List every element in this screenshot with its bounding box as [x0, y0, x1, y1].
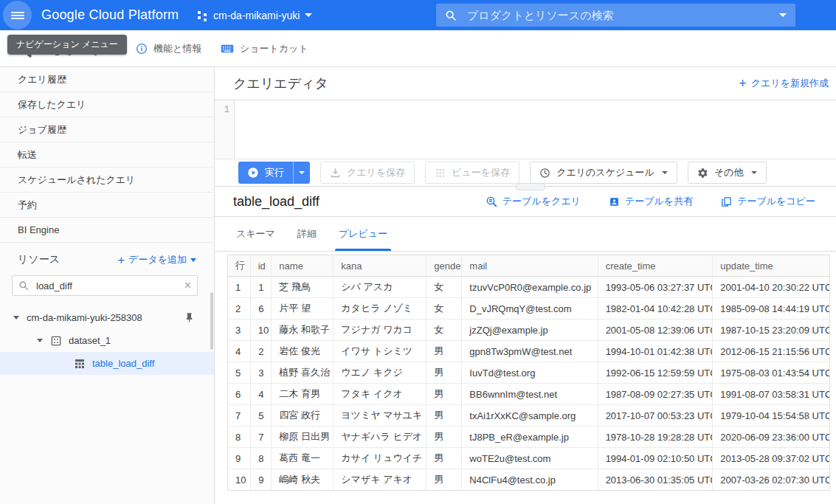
main-panel: クエリエディタ + クエリを新規作成 1 実行: [215, 67, 836, 504]
cell: 6: [228, 384, 251, 405]
cell: 1987-10-15 23:20:09 UTC: [713, 320, 830, 341]
cell: 5: [250, 405, 272, 427]
query-editor-input[interactable]: [235, 100, 836, 159]
sidebar-item[interactable]: クエリ履歴: [0, 67, 214, 92]
new-query-label: クエリを新規作成: [751, 77, 829, 90]
sidebar-item-label: 予約: [18, 199, 37, 210]
tree-node-project[interactable]: cm-da-mikami-yuki-258308: [0, 306, 214, 329]
cell: gpn8Tw3pmW@test.net: [462, 341, 598, 362]
search-icon: [445, 10, 457, 21]
plus-icon: +: [739, 78, 747, 89]
table-row: 26片平 望カタヒラ ノゾミ女D_vJRQmqY@test.com1982-01…: [228, 298, 830, 320]
save-query-button[interactable]: クエリを保存: [320, 162, 415, 184]
project-selector[interactable]: cm-da-mikami-yuki: [198, 0, 312, 30]
shortcut-label: ショートカット: [240, 42, 308, 55]
share-table-button[interactable]: テーブルを共有: [609, 195, 693, 208]
more-button[interactable]: その他: [688, 162, 767, 184]
cell: 芝 飛鳥: [272, 277, 334, 298]
grid-dots-icon: [435, 168, 446, 179]
global-search-input[interactable]: [466, 8, 770, 22]
run-options-button[interactable]: [293, 162, 310, 184]
pin-icon[interactable]: [184, 312, 195, 323]
sidebar-item-label: クエリ履歴: [18, 74, 66, 85]
sidebar-item[interactable]: BI Engine: [0, 218, 214, 243]
project-node-label: cm-da-mikami-yuki-258308: [27, 312, 184, 323]
cell: 2: [250, 341, 272, 362]
cell: 2001-05-08 12:39:06 UTC: [598, 320, 713, 341]
gcp-brand-title: Google Cloud Platform: [41, 0, 179, 30]
expander-icon[interactable]: [37, 339, 43, 342]
cell: 1994-10-01 01:42:38 UTC: [598, 341, 713, 362]
global-search-bar[interactable]: [436, 4, 795, 27]
copy-table-button[interactable]: テーブルをコピー: [721, 195, 815, 208]
resource-search-input[interactable]: [35, 280, 179, 292]
column-header: mail: [462, 255, 598, 277]
sidebar-item[interactable]: スケジュールされたクエリ: [0, 168, 214, 193]
gear-icon: [697, 168, 708, 179]
resource-search-box[interactable]: ×: [12, 275, 198, 296]
new-query-button[interactable]: + クエリを新規作成: [739, 77, 829, 90]
sidebar: クエリ履歴保存したクエリジョブ履歴転送スケジュールされたクエリ予約BI Engi…: [0, 67, 215, 504]
cell: 2001-04-10 20:30:22 UTC: [713, 277, 830, 298]
keyboard-icon: [221, 44, 234, 54]
cell: 男: [426, 448, 462, 469]
tab-preview[interactable]: プレビュー: [328, 227, 398, 251]
table-tabs: スキーマ詳細プレビュー: [215, 217, 836, 252]
save-view-button[interactable]: ビューを保存: [425, 162, 519, 184]
query-table-label: テーブルをクエリ: [502, 195, 581, 208]
tab-details[interactable]: 詳細: [286, 227, 328, 251]
features-info-link[interactable]: 機能と情報: [136, 30, 201, 67]
save-query-label: クエリを保存: [347, 166, 405, 179]
cell: 男: [426, 362, 462, 384]
info-icon: [136, 43, 148, 55]
cell: 女: [426, 320, 462, 341]
sidebar-item[interactable]: 予約: [0, 193, 214, 218]
cell: 女: [426, 277, 462, 298]
share-table-icon: [609, 196, 620, 207]
clear-search-icon[interactable]: ×: [184, 280, 191, 291]
cell: 男: [426, 427, 462, 448]
column-header: create_time: [598, 255, 713, 277]
cell: フタキ イクオ: [334, 384, 426, 405]
cell: BB6wnnIm@test.net: [462, 384, 598, 405]
sidebar-scrollbar[interactable]: [210, 292, 213, 350]
cell: 8: [250, 448, 272, 469]
cell: 7: [250, 427, 272, 448]
cell: 1993-05-06 03:27:37 UTC: [598, 277, 713, 298]
schedule-query-button[interactable]: クエリのスケジュール: [530, 162, 677, 184]
cell: 岩佐 俊光: [272, 341, 334, 362]
table-row: 75四宮 政行ヨツミヤ マサユキ男txAi1rXxKC@sample.org20…: [228, 405, 830, 427]
navigation-menu-button[interactable]: [3, 1, 32, 30]
sidebar-item[interactable]: ジョブ履歴: [0, 117, 214, 142]
add-data-button[interactable]: + データを追加: [117, 253, 196, 266]
cell: 2020-06-09 23:36:00 UTC: [713, 427, 830, 448]
preview-panel: 行idnamekanagendermailcreate_timeupdate_t…: [227, 255, 830, 491]
sidebar-item-label: 保存したクエリ: [18, 99, 86, 110]
tree-node-dataset[interactable]: dataset_1: [0, 329, 214, 352]
resources-label: リソース: [18, 253, 117, 266]
cell: 男: [426, 341, 462, 362]
table-title-row: table_load_diff テーブルをクエリ: [215, 187, 836, 217]
cell: 1975-08-03 01:43:54 UTC: [713, 362, 830, 384]
column-header: kana: [334, 255, 426, 277]
sidebar-item[interactable]: 保存したクエリ: [0, 92, 214, 117]
run-button[interactable]: 実行: [238, 162, 293, 184]
sidebar-item-label: BI Engine: [18, 224, 59, 235]
run-label: 実行: [265, 166, 284, 179]
tree-node-table[interactable]: table_load_diff: [0, 352, 214, 375]
sidebar-item[interactable]: 転送: [0, 142, 214, 168]
plus-icon: +: [117, 255, 125, 265]
cell: 男: [426, 469, 462, 491]
cell: ウエノ キクジ: [334, 362, 426, 384]
shortcut-link[interactable]: ショートカット: [221, 30, 308, 67]
cell: 10: [228, 469, 251, 491]
cell: 2: [228, 298, 251, 320]
cell: 二木 育男: [272, 384, 334, 405]
cell: 3: [250, 362, 272, 384]
column-header: update_time: [713, 255, 830, 277]
tab-schema[interactable]: スキーマ: [225, 227, 286, 251]
expander-icon[interactable]: [13, 316, 19, 320]
query-table-button[interactable]: テーブルをクエリ: [486, 195, 581, 208]
cell: カサイ リュウイチ: [334, 448, 426, 469]
search-options-chevron-icon[interactable]: [779, 13, 787, 17]
